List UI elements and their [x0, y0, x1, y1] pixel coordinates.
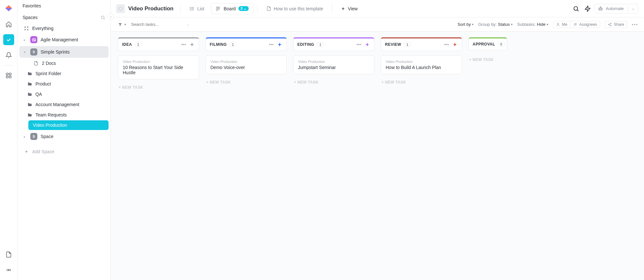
svg-point-10: [27, 29, 28, 30]
sidebar-folder[interactable]: Product: [19, 79, 109, 89]
divider: [180, 5, 181, 13]
search-icon[interactable]: [101, 15, 105, 20]
automate-button[interactable]: Automate ⌄: [594, 4, 638, 14]
search-input[interactable]: [130, 22, 182, 27]
column-header[interactable]: EDITING1•••+: [293, 37, 374, 51]
column-add-icon[interactable]: +: [277, 42, 283, 47]
folder-icon: [27, 92, 32, 97]
column-status: IDEA: [122, 42, 132, 47]
svg-point-31: [574, 23, 575, 24]
column-more-icon[interactable]: •••: [181, 42, 187, 47]
sidebar-item-label: 2 Docs: [42, 61, 56, 66]
sidebar-space-generic[interactable]: ▸ S Space: [19, 131, 109, 142]
sidebar-item-label: Video Production: [33, 123, 67, 128]
group-by-button[interactable]: Group by: Status ▾: [478, 22, 513, 27]
svg-point-32: [576, 24, 577, 25]
tab-label: How to use this template: [274, 6, 323, 11]
column-header[interactable]: FILMING1•••+: [206, 37, 287, 51]
new-task-button[interactable]: + NEW TASK: [468, 55, 507, 65]
column-add-icon[interactable]: +: [364, 42, 370, 47]
notifications-icon[interactable]: [3, 50, 14, 61]
task-card[interactable]: Video ProductionJumpstart Seminar: [293, 55, 374, 74]
collapse-sidebar-button[interactable]: ‹: [108, 14, 114, 20]
sidebar-docs[interactable]: 2 Docs: [19, 58, 109, 68]
bolt-icon[interactable]: [583, 4, 592, 14]
column-header[interactable]: REVIEW1•••+: [381, 37, 462, 51]
toolbar: ▾ ⌄ Sort by ▾ Group by: Status ▾ Subtask…: [111, 17, 644, 32]
spaces-header[interactable]: Spaces: [17, 12, 111, 23]
sidebar-folder[interactable]: QA: [19, 89, 109, 99]
space-badge: S: [30, 48, 37, 55]
favorites-header[interactable]: Favorites: [17, 0, 111, 12]
topbar: Video Production List Board 3 ⌄ How to u…: [111, 0, 644, 17]
subtasks-button[interactable]: Subtasks: Hide ▾: [517, 22, 548, 27]
chevron-down-icon: ▾: [472, 23, 474, 26]
filter-button[interactable]: ▾: [118, 22, 126, 27]
new-task-button[interactable]: + NEW TASK: [381, 77, 462, 87]
home-icon[interactable]: [3, 19, 14, 30]
add-view-button[interactable]: ＋ View: [336, 3, 362, 15]
sort-by-button[interactable]: Sort by ▾: [457, 22, 474, 27]
doc-icon: [266, 6, 271, 11]
chevron-down-icon[interactable]: ⌄: [187, 23, 189, 26]
column-add-icon[interactable]: +: [189, 42, 195, 47]
breadcrumb[interactable]: Video Production: [115, 2, 177, 15]
column-add-icon[interactable]: +: [452, 42, 458, 47]
task-card[interactable]: Video ProductionDemo Voice-over: [206, 55, 287, 74]
svg-rect-25: [599, 8, 602, 10]
column-more-icon[interactable]: •••: [444, 42, 449, 47]
new-task-button[interactable]: + NEW TASK: [118, 83, 199, 92]
board-count-pill: 3 ⌄: [238, 6, 249, 11]
folder-icon: [27, 113, 32, 117]
sidebar-space-sprints[interactable]: ▾ S Simple Sprints: [19, 46, 109, 58]
svg-point-18: [190, 8, 190, 9]
svg-line-6: [104, 18, 105, 19]
more-button[interactable]: •••: [632, 22, 638, 27]
sidebar-item-everything[interactable]: Everything: [19, 24, 109, 33]
sidebar-folder[interactable]: Team Requests: [19, 110, 109, 120]
column-more-icon[interactable]: •••: [268, 42, 274, 47]
new-task-button[interactable]: + NEW TASK: [206, 77, 287, 87]
column-header[interactable]: IDEA1•••+: [118, 37, 199, 51]
tab-board[interactable]: Board 3 ⌄: [211, 3, 254, 14]
svg-point-9: [25, 29, 26, 30]
plus-icon: ＋: [24, 149, 29, 155]
svg-rect-21: [218, 7, 220, 9]
task-card[interactable]: Video Production10 Reasons to Start Your…: [118, 55, 199, 79]
svg-point-22: [574, 6, 578, 10]
broadcast-icon[interactable]: [3, 265, 14, 275]
tab-howto[interactable]: How to use this template: [262, 3, 328, 14]
add-space-button[interactable]: ＋ Add Space: [19, 146, 109, 157]
doc-icon: [34, 61, 39, 65]
task-card[interactable]: Video ProductionHow to Build A Launch Pl…: [381, 55, 462, 74]
me-chip[interactable]: Me: [553, 21, 571, 28]
search-button[interactable]: [571, 4, 581, 14]
column-header[interactable]: APPROVAL0: [468, 37, 507, 50]
tasks-icon[interactable]: [3, 34, 14, 45]
svg-point-29: [601, 6, 601, 7]
task-crumb: Video Production: [386, 60, 457, 64]
sidebar-item-label: Simple Sprints: [41, 49, 70, 55]
chevron-down-icon: ▾: [547, 23, 548, 26]
folder-icon: [27, 82, 32, 86]
chevron-down-icon[interactable]: ⌄: [632, 6, 635, 11]
sidebar-space-agile[interactable]: ▸ Agile Management: [19, 34, 109, 45]
svg-point-13: [119, 7, 122, 10]
board-column: EDITING1•••+Video ProductionJumpstart Se…: [293, 37, 374, 87]
assignees-chip[interactable]: Assignees: [571, 21, 600, 28]
board-column: APPROVAL0+ NEW TASK: [468, 37, 507, 65]
new-task-button[interactable]: + NEW TASK: [293, 77, 374, 87]
sidebar-item-label: Add Space: [32, 149, 54, 154]
share-button[interactable]: Share: [605, 21, 627, 28]
sidebar-folder[interactable]: Account Management: [19, 100, 109, 109]
app-logo[interactable]: [3, 3, 14, 14]
apps-icon[interactable]: [3, 70, 14, 81]
chevron-right-icon: ▸: [24, 135, 27, 138]
sidebar-folder-active[interactable]: Video Production: [28, 120, 109, 130]
list-icon: [189, 6, 195, 11]
sidebar-folder[interactable]: Sprint Folder: [19, 69, 109, 78]
svg-point-4: [8, 269, 9, 270]
column-more-icon[interactable]: •••: [356, 42, 362, 47]
docs-icon[interactable]: [3, 249, 14, 260]
tab-list[interactable]: List: [185, 3, 209, 14]
